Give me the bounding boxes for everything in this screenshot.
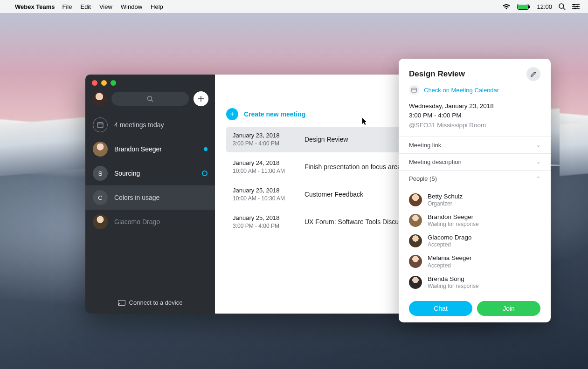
meeting-time: January 24, 2018 10:00 AM - 11:00 AM bbox=[233, 159, 293, 175]
svg-rect-20 bbox=[412, 88, 416, 92]
people-list: Betty Schulz Organizer Brandon Seeger Wa… bbox=[399, 187, 551, 297]
avatar: S bbox=[93, 166, 108, 181]
meeting-time: January 25, 2018 3:00 PM - 4:00 PM bbox=[233, 214, 293, 230]
section-people[interactable]: People (5) ⌃ bbox=[399, 170, 551, 187]
chat-button[interactable]: Chat bbox=[409, 301, 472, 316]
svg-line-12 bbox=[152, 100, 153, 102]
person-row[interactable]: Brandon Seeger Waiting for response bbox=[409, 210, 540, 231]
svg-rect-17 bbox=[118, 300, 125, 305]
person-row[interactable]: Brenda Song Waiting for response bbox=[409, 272, 540, 293]
control-center-icon[interactable] bbox=[572, 4, 580, 9]
meeting-time: January 25, 2018 10:00 AM - 10:30 AM bbox=[233, 186, 293, 203]
meeting-title: Finish presentation on focus areas bbox=[304, 163, 404, 171]
menu-help[interactable]: Help bbox=[151, 3, 163, 10]
window-traffic-lights bbox=[85, 75, 215, 86]
svg-point-10 bbox=[574, 7, 576, 9]
calendar-link[interactable]: Check on Meeting Calendar bbox=[424, 87, 499, 94]
pencil-icon bbox=[530, 71, 537, 77]
meetings-today-label: 4 meetings today bbox=[114, 121, 208, 129]
section-meeting-link[interactable]: Meeting link ⌄ bbox=[399, 137, 551, 153]
avatar bbox=[409, 234, 422, 247]
avatar bbox=[409, 255, 422, 268]
chevron-up-icon: ⌃ bbox=[536, 176, 540, 182]
connect-device-button[interactable]: Connect to a device bbox=[85, 292, 215, 314]
calendar-icon bbox=[409, 85, 419, 95]
sidebar-item-colors[interactable]: C Colors in usage bbox=[85, 185, 215, 210]
new-space-button[interactable] bbox=[194, 91, 208, 106]
avatar bbox=[409, 276, 422, 289]
menu-edit[interactable]: Edit bbox=[80, 3, 90, 10]
sidebar-item-label: Giacomo Drago bbox=[114, 218, 208, 226]
menu-view[interactable]: View bbox=[99, 3, 112, 10]
svg-point-8 bbox=[573, 4, 575, 6]
mac-menubar: Webex Teams File Edit View Window Help 1… bbox=[0, 0, 588, 13]
detail-date: Wednesday, January 23, 2018 bbox=[409, 102, 540, 111]
person-row[interactable]: Betty Schulz Organizer bbox=[409, 190, 540, 210]
sidebar-item-label: Sourcing bbox=[114, 170, 195, 177]
plus-icon: + bbox=[226, 108, 238, 120]
sidebar-item-label: Colors in usage bbox=[114, 194, 208, 201]
avatar bbox=[93, 142, 108, 157]
detail-time: 3:00 PM - 4:00 PM bbox=[409, 111, 540, 120]
person-row[interactable]: Giacomo Drago Accepted bbox=[409, 231, 540, 251]
user-avatar[interactable] bbox=[92, 91, 107, 106]
sidebar-item-label: Brandon Seeger bbox=[114, 145, 197, 153]
sidebar-item-sourcing[interactable]: S Sourcing bbox=[85, 161, 215, 185]
mouse-cursor-icon bbox=[362, 118, 368, 127]
plus-icon bbox=[198, 96, 204, 102]
svg-rect-15 bbox=[97, 123, 103, 128]
minimize-window-button[interactable] bbox=[101, 80, 107, 86]
svg-point-11 bbox=[148, 96, 152, 101]
battery-icon[interactable] bbox=[517, 4, 530, 10]
chevron-down-icon: ⌄ bbox=[536, 142, 540, 148]
sidebar-meetings-today[interactable]: 4 meetings today bbox=[85, 113, 215, 137]
connect-device-label: Connect to a device bbox=[129, 299, 183, 306]
close-window-button[interactable] bbox=[92, 80, 97, 86]
sidebar-item-brandon[interactable]: Brandon Seeger bbox=[85, 137, 215, 161]
meeting-detail-popover: Design Review Check on Meeting Calendar … bbox=[399, 59, 551, 322]
menu-file[interactable]: File bbox=[62, 3, 72, 10]
cast-icon bbox=[118, 300, 125, 306]
detail-title: Design Review bbox=[409, 69, 526, 79]
unread-dot-icon bbox=[204, 147, 208, 151]
mention-ring-icon bbox=[202, 171, 208, 176]
meeting-title: Customer Feedback bbox=[304, 191, 363, 198]
meeting-time: January 23, 2018 3:00 PM - 4:00 PM bbox=[233, 131, 293, 148]
menu-window[interactable]: Window bbox=[121, 3, 142, 10]
person-row[interactable]: Melania Seeger Accepted bbox=[409, 251, 540, 272]
avatar bbox=[93, 214, 108, 229]
svg-rect-1 bbox=[518, 5, 528, 9]
avatar: C bbox=[93, 190, 108, 205]
svg-point-3 bbox=[559, 4, 564, 8]
svg-rect-2 bbox=[529, 6, 530, 8]
calendar-icon bbox=[93, 117, 108, 132]
meeting-title: Design Review bbox=[304, 136, 348, 143]
detail-room: @SFO31 Mississippi Room bbox=[409, 121, 540, 130]
svg-point-9 bbox=[576, 6, 578, 7]
menubar-clock[interactable]: 12:00 bbox=[537, 3, 552, 10]
sidebar: 4 meetings today Brandon Seeger S Sourci… bbox=[85, 75, 215, 314]
chevron-down-icon: ⌄ bbox=[536, 159, 540, 165]
spotlight-icon[interactable] bbox=[559, 3, 566, 10]
search-icon bbox=[147, 96, 153, 102]
avatar bbox=[409, 193, 422, 206]
maximize-window-button[interactable] bbox=[111, 80, 116, 86]
sidebar-item-giacomo[interactable]: Giacomo Drago bbox=[85, 210, 215, 234]
wifi-icon[interactable] bbox=[502, 4, 511, 10]
menubar-app-name[interactable]: Webex Teams bbox=[15, 3, 55, 10]
edit-meeting-button[interactable] bbox=[526, 67, 540, 81]
avatar bbox=[409, 214, 422, 227]
svg-line-4 bbox=[563, 8, 565, 10]
meeting-title: UX Forum: Software Tools Discussion bbox=[304, 218, 414, 226]
join-button[interactable]: Join bbox=[477, 301, 540, 316]
create-meeting-label: Create new meeting bbox=[244, 110, 305, 118]
search-input[interactable] bbox=[111, 92, 189, 106]
section-meeting-description[interactable]: Meeting description ⌄ bbox=[399, 153, 551, 170]
